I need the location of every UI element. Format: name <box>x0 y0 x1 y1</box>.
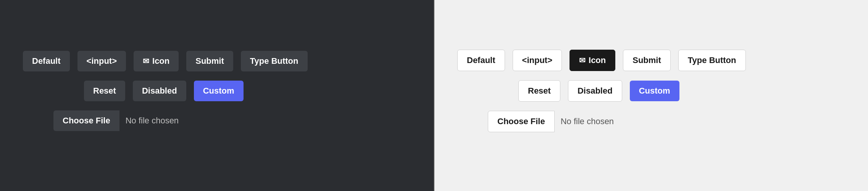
dark-no-file-text: No file chosen <box>119 110 185 131</box>
mail-icon: ✉ <box>143 57 149 66</box>
dark-panel: Default <input> ✉ Icon Submit Type Butto… <box>0 0 434 191</box>
dark-file-input: Choose File No file chosen <box>53 110 185 131</box>
dark-disabled-button[interactable]: Disabled <box>133 81 186 101</box>
dark-row-1: Default <input> ✉ Icon Submit Type Butto… <box>23 51 411 71</box>
dark-icon-button-label: Icon <box>152 56 169 66</box>
dark-default-button[interactable]: Default <box>23 51 70 71</box>
dark-row-2: Reset Disabled Custom <box>23 81 411 101</box>
light-file-input: Choose File No file chosen <box>488 111 620 132</box>
light-custom-button[interactable]: Custom <box>630 81 679 101</box>
dark-type-button[interactable]: Type Button <box>241 51 308 71</box>
light-icon-button[interactable]: ✉ Icon <box>570 50 615 71</box>
light-row-1: Default <input> ✉ Icon Submit Type Butto… <box>457 50 845 71</box>
light-row-2: Reset Disabled Custom <box>457 80 845 102</box>
dark-reset-button[interactable]: Reset <box>84 81 125 101</box>
dark-icon-button[interactable]: ✉ Icon <box>134 51 179 71</box>
light-icon-button-label: Icon <box>589 55 606 65</box>
dark-input-button[interactable]: <input> <box>77 51 126 71</box>
light-row-3: Choose File No file chosen <box>457 111 845 132</box>
mail-icon-light: ✉ <box>579 56 586 65</box>
light-type-button[interactable]: Type Button <box>678 50 746 71</box>
light-reset-button[interactable]: Reset <box>518 80 560 102</box>
light-no-file-text: No file chosen <box>555 111 620 132</box>
dark-submit-button[interactable]: Submit <box>186 51 233 71</box>
light-submit-button[interactable]: Submit <box>623 50 671 71</box>
light-panel: Default <input> ✉ Icon Submit Type Butto… <box>434 0 868 191</box>
dark-choose-file-button[interactable]: Choose File <box>53 110 119 131</box>
dark-row-3: Choose File No file chosen <box>23 110 411 131</box>
light-choose-file-button[interactable]: Choose File <box>488 111 555 132</box>
dark-custom-button[interactable]: Custom <box>194 81 244 101</box>
light-disabled-button[interactable]: Disabled <box>568 80 622 102</box>
light-default-button[interactable]: Default <box>457 50 505 71</box>
light-input-button[interactable]: <input> <box>513 50 562 71</box>
